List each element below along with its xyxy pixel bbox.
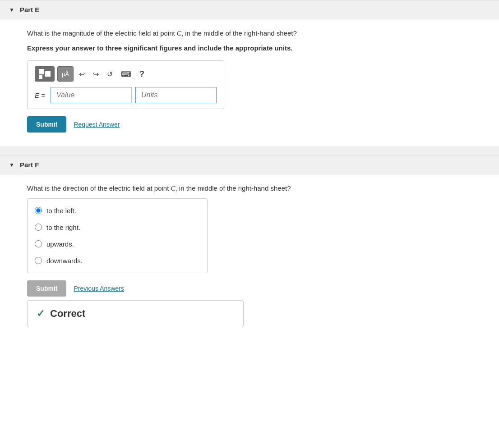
help-button[interactable]: ? <box>137 68 147 81</box>
mu-label: μÅ <box>62 71 69 78</box>
keyboard-button[interactable]: ⌨ <box>118 68 134 80</box>
blocks-icon <box>39 69 51 79</box>
part-e-toolbar: μÅ ↩ ↪ ↺ ⌨ ? <box>35 66 217 82</box>
radio-left[interactable] <box>35 207 42 214</box>
radio-up[interactable] <box>35 240 42 247</box>
part-e-actions: Submit Request Answer <box>27 116 472 133</box>
option-right[interactable]: to the right. <box>28 219 207 236</box>
check-icon: ✓ <box>37 308 45 320</box>
equation-label: E = <box>35 91 45 99</box>
correct-label: Correct <box>50 308 85 320</box>
correct-box: ✓ Correct <box>27 300 244 327</box>
option-downwards[interactable]: downwards. <box>28 252 207 269</box>
part-e-content: What is the magnitude of the electric fi… <box>0 19 499 146</box>
radio-right[interactable] <box>35 224 42 231</box>
reset-button[interactable]: ↺ <box>104 68 116 80</box>
units-input[interactable] <box>135 87 217 103</box>
equation-row: E = <box>35 87 217 103</box>
part-f-submit-button[interactable]: Submit <box>27 280 66 297</box>
option-left-label: to the left. <box>46 207 76 215</box>
option-downwards-label: downwards. <box>46 257 83 265</box>
undo-button[interactable]: ↩ <box>76 68 88 80</box>
separator <box>0 146 499 155</box>
part-f-actions: Submit Previous Answers <box>27 280 472 297</box>
previous-answers-button[interactable]: Previous Answers <box>70 280 127 297</box>
part-e-submit-button[interactable]: Submit <box>27 116 66 133</box>
mu-button[interactable]: μÅ <box>57 66 74 82</box>
option-upwards[interactable]: upwards. <box>28 236 207 252</box>
part-f-content: What is the direction of the electric fi… <box>0 174 499 341</box>
redo-button[interactable]: ↪ <box>90 68 102 80</box>
part-e-input-box: μÅ ↩ ↪ ↺ ⌨ ? E = <box>27 60 224 109</box>
part-e-label: Part E <box>20 6 39 14</box>
option-left[interactable]: to the left. <box>28 202 207 219</box>
option-right-label: to the right. <box>46 224 80 231</box>
part-f-question: What is the direction of the electric fi… <box>27 183 472 194</box>
chevron-down-icon-f: ▼ <box>9 162 14 168</box>
part-f-header[interactable]: ▼ Part F <box>0 155 499 174</box>
part-f-label: Part F <box>20 161 39 169</box>
option-upwards-label: upwards. <box>46 240 74 248</box>
radio-down[interactable] <box>35 257 42 264</box>
part-e-instruction: Express your answer to three significant… <box>27 43 472 54</box>
radio-options-box: to the left. to the right. upwards. down… <box>27 198 208 273</box>
part-e-header[interactable]: ▼ Part E <box>0 0 499 19</box>
request-answer-button[interactable]: Request Answer <box>70 116 123 133</box>
value-input[interactable] <box>51 87 132 103</box>
chevron-down-icon: ▼ <box>9 7 14 13</box>
blocks-button[interactable] <box>35 66 55 82</box>
part-e-question: What is the magnitude of the electric fi… <box>27 28 472 39</box>
